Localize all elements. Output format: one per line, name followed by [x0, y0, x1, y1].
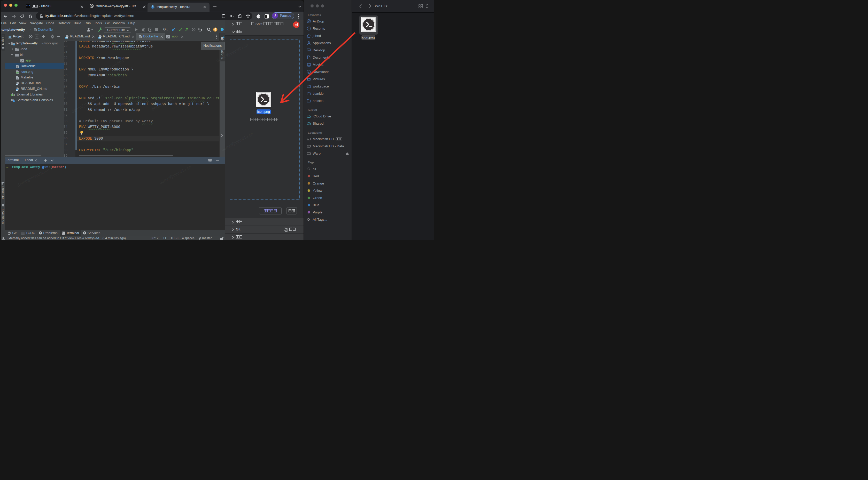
- svg-text:MD: MD: [65, 37, 68, 38]
- svg-text:MD: MD: [16, 83, 19, 85]
- svg-text:MD: MD: [16, 89, 19, 91]
- svg-text:MD: MD: [98, 37, 101, 38]
